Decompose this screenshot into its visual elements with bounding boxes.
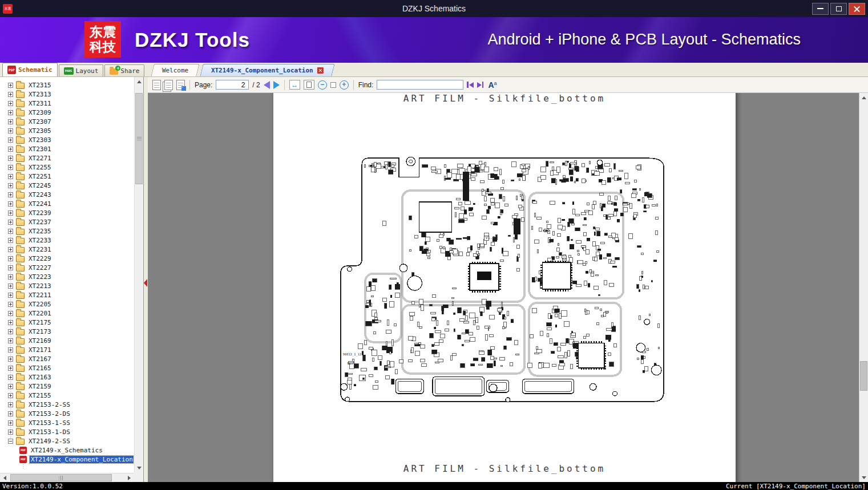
collapse-icon[interactable] bbox=[8, 439, 13, 444]
tree-folder-XT2227[interactable]: XT2227 bbox=[0, 263, 134, 272]
find-previous-button[interactable] bbox=[467, 82, 474, 88]
zoom-in-button[interactable]: + bbox=[340, 80, 349, 90]
expand-icon[interactable] bbox=[8, 347, 13, 353]
expand-icon[interactable] bbox=[8, 83, 13, 88]
expand-icon[interactable] bbox=[8, 247, 13, 252]
scroll-down-button[interactable] bbox=[135, 463, 144, 472]
tree-folder-XT2309[interactable]: XT2309 bbox=[0, 108, 134, 117]
minimize-button[interactable] bbox=[812, 3, 829, 15]
expand-icon[interactable] bbox=[8, 311, 13, 316]
expand-icon[interactable] bbox=[8, 192, 13, 197]
tree-folder-XT2245[interactable]: XT2245 bbox=[0, 181, 134, 190]
tree-folder-XT2255[interactable]: XT2255 bbox=[0, 163, 134, 172]
tree-folder-XT2153-1-DS[interactable]: XT2153-1-DS bbox=[0, 427, 134, 436]
tree-folder-XT2223[interactable]: XT2223 bbox=[0, 272, 134, 281]
snapshot-icon[interactable] bbox=[176, 80, 185, 90]
find-next-button[interactable] bbox=[477, 82, 484, 88]
tree-folder-XT2149-2-SS[interactable]: XT2149-2-SS bbox=[0, 436, 134, 446]
tree-folder-XT2153-2-DS[interactable]: XT2153-2-DS bbox=[0, 409, 134, 418]
scroll-up-button[interactable] bbox=[135, 77, 144, 86]
tree-folder-XT2167[interactable]: XT2167 bbox=[0, 354, 134, 363]
zoom-out-button[interactable]: − bbox=[318, 80, 327, 90]
tree-folder-XT2233[interactable]: XT2233 bbox=[0, 236, 134, 245]
expand-icon[interactable] bbox=[8, 274, 13, 280]
expand-icon[interactable] bbox=[8, 220, 13, 225]
expand-icon[interactable] bbox=[8, 293, 13, 298]
tree-folder-XT2271[interactable]: XT2271 bbox=[0, 153, 134, 163]
expand-icon[interactable] bbox=[8, 338, 13, 343]
tree-folder-XT2175[interactable]: XT2175 bbox=[0, 318, 134, 327]
expand-icon[interactable] bbox=[8, 375, 13, 380]
tree-folder-XT2163[interactable]: XT2163 bbox=[0, 372, 134, 382]
expand-icon[interactable] bbox=[8, 183, 13, 188]
scroll-down-button[interactable] bbox=[859, 473, 868, 482]
close-tab-icon[interactable] bbox=[317, 67, 324, 74]
pdf-viewer[interactable]: ART FILM - Silkfile_bottom V1.090812_1_1… bbox=[148, 93, 868, 482]
find-input[interactable] bbox=[377, 80, 463, 90]
tree-folder-XT2301[interactable]: XT2301 bbox=[0, 144, 134, 153]
expand-icon[interactable] bbox=[8, 420, 13, 426]
fit-width-button[interactable]: ↔ bbox=[289, 80, 300, 90]
page-number-input[interactable] bbox=[216, 80, 249, 90]
scrollbar-track[interactable] bbox=[9, 473, 124, 482]
expand-icon[interactable] bbox=[8, 402, 13, 407]
tab-share[interactable]: + Share bbox=[104, 64, 144, 76]
tree-folder-XT2241[interactable]: XT2241 bbox=[0, 199, 134, 208]
tree-document-XT2149-x_Schematics[interactable]: PDFXT2149-x_Schematics bbox=[0, 446, 134, 455]
doc-tab-component-location[interactable]: XT2149-x_Component_Location bbox=[200, 64, 334, 76]
tree-folder-XT2311[interactable]: XT2311 bbox=[0, 99, 134, 108]
expand-icon[interactable] bbox=[8, 137, 13, 143]
tree-folder-XT2305[interactable]: XT2305 bbox=[0, 126, 134, 135]
close-button[interactable] bbox=[849, 3, 865, 15]
tree-folder-XT2237[interactable]: XT2237 bbox=[0, 217, 134, 226]
next-page-button[interactable] bbox=[273, 81, 280, 89]
scroll-right-button[interactable] bbox=[124, 473, 134, 483]
tree-folder-XT2153-2-SS[interactable]: XT2153-2-SS bbox=[0, 400, 134, 409]
fit-page-button[interactable] bbox=[304, 80, 314, 90]
tree-folder-XT2239[interactable]: XT2239 bbox=[0, 208, 134, 217]
expand-icon[interactable] bbox=[8, 156, 13, 161]
expand-icon[interactable] bbox=[8, 147, 13, 152]
tree-folder-XT2205[interactable]: XT2205 bbox=[0, 299, 134, 309]
tree-folder-XT2213[interactable]: XT2213 bbox=[0, 281, 134, 290]
expand-icon[interactable] bbox=[8, 256, 13, 261]
expand-icon[interactable] bbox=[8, 284, 13, 289]
expand-icon[interactable] bbox=[8, 411, 13, 416]
scrollbar-thumb[interactable] bbox=[860, 361, 867, 391]
expand-icon[interactable] bbox=[8, 174, 13, 179]
expand-icon[interactable] bbox=[8, 201, 13, 206]
tree-folder-XT2243[interactable]: XT2243 bbox=[0, 190, 134, 199]
tree-document-XT2149-x_Component_Location[interactable]: PDFXT2149-x_Component_Location bbox=[0, 455, 134, 464]
tree-folder-XT2231[interactable]: XT2231 bbox=[0, 245, 134, 254]
tree-folder-XT2211[interactable]: XT2211 bbox=[0, 290, 134, 299]
scrollbar-thumb[interactable] bbox=[10, 474, 112, 481]
expand-icon[interactable] bbox=[8, 430, 13, 435]
viewer-vertical-scrollbar[interactable] bbox=[859, 93, 868, 482]
expand-icon[interactable] bbox=[8, 165, 13, 170]
tree-folder-XT2159[interactable]: XT2159 bbox=[0, 382, 134, 391]
tab-layout[interactable]: PADS Layout bbox=[59, 64, 104, 76]
expand-icon[interactable] bbox=[8, 366, 13, 371]
expand-icon[interactable] bbox=[8, 101, 13, 106]
expand-icon[interactable] bbox=[8, 238, 13, 243]
expand-icon[interactable] bbox=[8, 229, 13, 234]
tree-folder-XT2165[interactable]: XT2165 bbox=[0, 363, 134, 372]
doc-tab-welcome[interactable]: Welcome bbox=[151, 64, 200, 76]
single-page-icon[interactable] bbox=[152, 80, 161, 90]
tab-schematic[interactable]: PDF Schematic bbox=[2, 63, 58, 76]
expand-icon[interactable] bbox=[8, 92, 13, 97]
expand-icon[interactable] bbox=[8, 265, 13, 270]
tree-folder-XT2153-1-SS[interactable]: XT2153-1-SS bbox=[0, 418, 134, 427]
scrollbar-thumb[interactable] bbox=[135, 93, 143, 184]
tree-folder-XT2307[interactable]: XT2307 bbox=[0, 117, 134, 126]
expand-icon[interactable] bbox=[8, 119, 13, 124]
expand-icon[interactable] bbox=[8, 357, 13, 362]
tree-folder-XT2229[interactable]: XT2229 bbox=[0, 254, 134, 263]
tree-folder-XT2171[interactable]: XT2171 bbox=[0, 345, 134, 354]
collapse-sidebar-icon[interactable] bbox=[144, 279, 147, 287]
sidebar-horizontal-scrollbar[interactable] bbox=[0, 473, 134, 482]
expand-icon[interactable] bbox=[8, 384, 13, 389]
tree-folder-XT2201[interactable]: XT2201 bbox=[0, 309, 134, 318]
tree-folder-XT2173[interactable]: XT2173 bbox=[0, 327, 134, 336]
expand-icon[interactable] bbox=[8, 110, 13, 115]
